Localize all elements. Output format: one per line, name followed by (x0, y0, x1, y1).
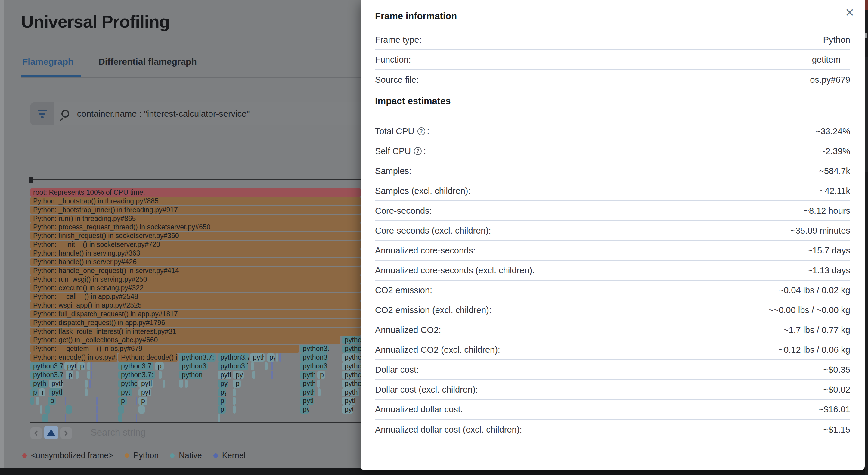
flame-frame[interactable] (251, 362, 254, 370)
flame-frame[interactable]: pyth (49, 380, 63, 388)
flame-frame[interactable] (76, 371, 79, 379)
flame-frame[interactable] (36, 397, 39, 405)
flame-frame[interactable]: pyt (342, 406, 353, 414)
flame-frame[interactable] (40, 406, 42, 414)
flame-frame[interactable]: python (342, 353, 361, 361)
flame-frame[interactable]: Python: wsgi_app() in app.py#2525 (30, 301, 361, 309)
flame-frame[interactable]: pyt (138, 388, 151, 396)
flame-frame[interactable] (87, 371, 90, 379)
flame-frame[interactable] (252, 371, 255, 379)
help-icon[interactable]: ? (417, 127, 425, 135)
flame-frame[interactable]: pyth (30, 380, 48, 388)
flame-frame[interactable] (159, 371, 162, 379)
flame-frame[interactable]: Python: handle() in serving.py#363 (30, 249, 361, 257)
flame-frame[interactable]: Python: dispatch_request() in app.py#179… (30, 319, 361, 327)
jump-to-match-button[interactable] (44, 426, 58, 440)
flame-frame[interactable]: python (342, 345, 361, 353)
flame-frame[interactable]: python (342, 362, 361, 370)
flame-frame[interactable]: Python: encode() in os.py#75 (30, 353, 117, 361)
flame-frame[interactable]: p (118, 397, 127, 405)
flame-frame[interactable]: Python: __getitem__() in os.py#679 (30, 345, 299, 353)
flame-frame[interactable]: p (317, 371, 325, 379)
flame-frame[interactable]: python (179, 371, 202, 379)
flame-frame[interactable]: p (30, 388, 38, 396)
flame-frame[interactable]: Python: execute() in serving.py#322 (30, 284, 361, 292)
flame-frame[interactable]: pytho (300, 388, 315, 396)
flame-frame[interactable] (317, 380, 320, 388)
flame-frame[interactable]: pyth (218, 371, 231, 379)
flame-frame[interactable]: Python: run() in threading.py#865 (30, 215, 361, 223)
flame-frame[interactable]: p (155, 362, 164, 370)
flame-frame[interactable]: python (342, 371, 361, 379)
flame-frame[interactable]: python3.7 (218, 353, 249, 361)
legend-item[interactable]: Kernel (213, 451, 246, 460)
flame-frame[interactable]: py (218, 380, 228, 388)
help-icon[interactable]: ? (414, 147, 422, 155)
next-match-button[interactable] (61, 427, 72, 439)
flame-frame[interactable]: py (218, 388, 226, 396)
flame-frame[interactable] (96, 406, 97, 414)
flame-frame[interactable]: python3.7: (30, 371, 63, 379)
flame-frame[interactable]: python3.7: c (179, 353, 216, 361)
flame-frame[interactable]: pytho (300, 371, 315, 379)
flame-frame[interactable]: python3.7: _ (118, 362, 153, 370)
flame-frame[interactable]: Python: handle() in server.py#426 (30, 258, 361, 266)
flame-frame[interactable]: Python: decode() in (118, 353, 178, 361)
flame-frame[interactable]: p (48, 397, 56, 405)
flame-frame[interactable]: python3 (300, 362, 327, 370)
right-scrollbar-thumb[interactable] (865, 32, 867, 38)
flame-frame[interactable]: Python: flask_route_interest() in intere… (30, 327, 361, 336)
flame-frame[interactable]: pytho (342, 380, 361, 388)
flame-frame[interactable] (87, 362, 90, 370)
flame-frame[interactable] (233, 406, 236, 414)
flame-frame[interactable]: root: Represents 100% of CPU time. (30, 188, 361, 197)
flame-frame[interactable] (66, 406, 72, 414)
close-icon[interactable]: ✕ (843, 6, 856, 19)
flame-frame[interactable]: r (39, 388, 45, 396)
flame-frame[interactable]: pytho (118, 380, 137, 388)
flame-frame[interactable]: Python: run_wsgi() in serving.py#250 (30, 275, 361, 284)
flame-frame[interactable]: py (267, 353, 275, 361)
flame-frame[interactable]: p (66, 371, 73, 379)
flame-frame[interactable] (233, 388, 236, 396)
search-string-input[interactable]: Search string (91, 427, 146, 438)
flame-frame[interactable] (65, 414, 66, 422)
legend-item[interactable]: <unsymbolized frame> (22, 451, 113, 460)
flame-frame[interactable] (85, 388, 88, 396)
flame-frame[interactable] (118, 406, 124, 414)
legend-item[interactable]: Native (170, 451, 202, 460)
flame-frame[interactable]: pyt (118, 388, 132, 396)
flame-frame[interactable]: pyt (64, 362, 75, 370)
flame-frame[interactable] (179, 380, 183, 388)
flame-frame[interactable] (279, 353, 281, 361)
flame-frame[interactable] (85, 380, 88, 388)
browser-scrollbar[interactable] (0, 0, 4, 468)
flame-frame[interactable]: Python: __call__() in app.py#2548 (30, 293, 361, 301)
flame-frame[interactable]: python3 (300, 353, 328, 361)
flame-frame[interactable] (185, 380, 187, 388)
flame-frame[interactable] (65, 397, 66, 405)
flame-frame[interactable] (136, 397, 137, 405)
flame-frame[interactable]: Python: _bootstrap() in threading.py#885 (30, 197, 361, 205)
flame-frame[interactable]: Python: _bootstrap_inner() in threading.… (30, 206, 361, 214)
flame-frame[interactable]: Python: handle_one_request() in server.p… (30, 267, 361, 275)
flame-frame[interactable] (91, 371, 92, 379)
flame-frame[interactable]: python3.7: (30, 362, 63, 370)
flame-frame[interactable]: python3. (300, 345, 329, 353)
flame-frame[interactable] (42, 414, 49, 422)
flame-frame[interactable]: Python: __init__() in socketserver.py#72… (30, 240, 361, 249)
flame-frame[interactable] (218, 414, 220, 422)
flame-frame[interactable] (233, 397, 236, 405)
flame-frame[interactable]: pytl (300, 397, 314, 405)
flame-frame[interactable]: p (233, 380, 241, 388)
flame-frame[interactable]: p (138, 397, 147, 405)
flame-frame[interactable]: pytl (49, 388, 63, 396)
flame-frame[interactable] (271, 362, 273, 370)
flame-frame[interactable]: pyth (342, 388, 359, 396)
flamegraph-chart[interactable]: root: Represents 100% of CPU time.Python… (0, 0, 361, 475)
previous-match-button[interactable] (30, 427, 42, 439)
flame-frame[interactable]: p (218, 397, 226, 405)
flame-frame[interactable] (91, 362, 92, 370)
flame-frame[interactable] (276, 353, 278, 361)
flame-frame[interactable]: Python: process_request_thread() in sock… (30, 223, 361, 231)
